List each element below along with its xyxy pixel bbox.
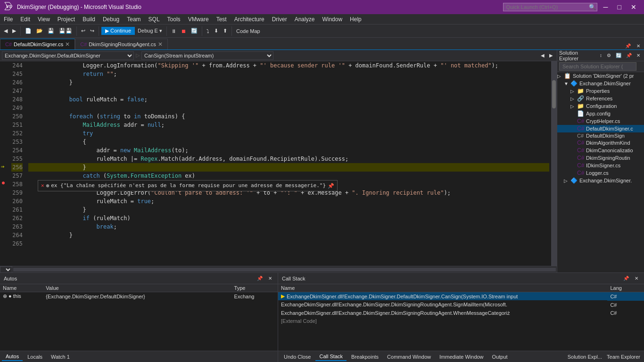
tab-call-stack[interactable]: Call Stack (315, 353, 347, 361)
code-map-button[interactable]: Code Map (234, 27, 262, 35)
collapse-button[interactable]: ◀ (539, 52, 546, 59)
tab-defaultdkimsigner[interactable]: C# DefaultDkimSigner.cs ✕ (0, 39, 75, 49)
continue-button[interactable]: ▶ Continue (101, 27, 135, 35)
step-over-button[interactable]: ⤵ (205, 27, 211, 35)
tree-project2[interactable]: ▷ 🔷 Exchange.DkimSigner. (557, 177, 644, 184)
tooltip-pin-button[interactable]: 📌 (328, 183, 334, 189)
menu-edit[interactable]: Edit (17, 15, 34, 24)
tab-autos[interactable]: Autos (2, 353, 23, 361)
tree-defaultdkimsigner[interactable]: C# DefaultDkimSigner.c (557, 125, 644, 132)
class-selector[interactable]: Exchange.DkimSigner.DefaultDkimSigner (2, 51, 134, 60)
se-tab-label[interactable]: Solution Expl... (566, 354, 604, 360)
restore-button[interactable]: □ (614, 0, 625, 14)
menu-test[interactable]: Test (213, 15, 231, 24)
step-out-button[interactable]: ⬆ (221, 27, 229, 35)
tree-solution[interactable]: ▷ 📋 Solution 'DkimSigner' (2 pr (557, 72, 644, 80)
expand-icon-props[interactable]: ▷ (570, 89, 577, 94)
se-close-button[interactable]: ✕ (635, 52, 642, 59)
save-all-button[interactable]: 💾💾 (57, 27, 74, 35)
h-scrollbar[interactable] (13, 268, 556, 272)
tree-logger[interactable]: C# Logger.cs (557, 169, 644, 177)
cs-cell-lang-1: C# (607, 301, 644, 309)
undo-button[interactable]: ↩ (79, 27, 87, 35)
se-search-input[interactable] (559, 62, 636, 71)
close-tab-button[interactable]: ✕ (635, 42, 642, 49)
tree-appconfig[interactable]: 📄 App.config (557, 110, 644, 117)
autos-title: Autos (4, 276, 17, 281)
menu-sql[interactable]: SQL (145, 15, 164, 24)
tree-label-logger: Logger.cs (586, 170, 609, 176)
cs-close-button[interactable]: ✕ (633, 275, 640, 282)
pin-tabs-button[interactable]: 📌 (623, 42, 633, 49)
menu-debug[interactable]: Debug (99, 15, 123, 24)
menu-view[interactable]: View (34, 15, 54, 24)
menu-tools[interactable]: Tools (164, 15, 184, 24)
menu-file[interactable]: File (0, 15, 17, 24)
tree-dkimcanon[interactable]: C# DkimCanonicalizatio (557, 147, 644, 154)
autos-close-button[interactable]: ✕ (266, 275, 274, 282)
tab-breakpoints[interactable]: Breakpoints (347, 353, 382, 361)
restart-button[interactable]: 🔄 (189, 27, 199, 35)
se-properties-button[interactable]: ⚙ (605, 52, 613, 59)
tab-close-1[interactable]: ✕ (65, 41, 70, 48)
tab-watch1[interactable]: Watch 1 (47, 353, 74, 361)
cs-icon-crypt: C# (577, 118, 585, 124)
scrollbar-thumb[interactable] (552, 80, 556, 108)
se-pin-button[interactable]: 📌 (624, 52, 634, 59)
tab-bar: C# DefaultDkimSigner.cs ✕ C# DkimSigning… (0, 38, 644, 50)
tab-locals[interactable]: Locals (24, 353, 46, 361)
tab-undo-close[interactable]: Undo Close (280, 353, 314, 361)
tab-close-2[interactable]: ✕ (158, 41, 163, 48)
step-into-button[interactable]: ⬇ (212, 27, 220, 35)
expand-icon-refs[interactable]: ▷ (570, 96, 577, 101)
expand-icon-proj[interactable]: ▼ (564, 81, 570, 86)
stop-button[interactable]: ⏹ (179, 27, 188, 35)
redo-button[interactable]: ↪ (88, 27, 96, 35)
code-content[interactable]: Logger.LogInformation("Skipping '" + fro… (26, 61, 551, 266)
tab-immediate-window[interactable]: Immediate Window (436, 353, 487, 361)
tab-command-window[interactable]: Command Window (383, 353, 435, 361)
quick-launch-input[interactable] (503, 3, 597, 11)
menu-help[interactable]: Help (346, 15, 365, 24)
vertical-scrollbar[interactable] (551, 61, 557, 266)
pause-button[interactable]: ⏸ (169, 27, 178, 35)
back-button[interactable]: ◀ (2, 27, 9, 35)
open-button[interactable]: 📂 (34, 27, 45, 35)
tree-dkimsigningrouting[interactable]: C# DkimSigningRoutin (557, 154, 644, 162)
se-sync-button[interactable]: ↕ (598, 52, 604, 59)
tab-output[interactable]: Output (488, 353, 512, 361)
tree-crypthelper[interactable]: C# CryptHelper.cs (557, 117, 644, 125)
menu-build[interactable]: Build (79, 15, 99, 24)
tree-project-exchange[interactable]: ▼ 🔷 Exchange.DkimSigner (557, 80, 644, 87)
autos-pin-button[interactable]: 📌 (255, 275, 264, 282)
new-project-button[interactable]: 📄 (23, 27, 33, 35)
tree-dkimalg[interactable]: C# DkimAlgorithmKind (557, 139, 644, 147)
menu-architecture[interactable]: Architecture (231, 15, 268, 24)
method-selector[interactable]: CanSign(Stream inputStream) (141, 51, 273, 60)
tree-idkimsigner[interactable]: C# IDkimSigner.cs (557, 162, 644, 169)
menu-analyze[interactable]: Analyze (291, 15, 319, 24)
zoom-selector[interactable]: 100 % (0, 266, 12, 273)
minimize-button[interactable]: ─ (600, 0, 612, 14)
team-explorer-tab-label[interactable]: Team Explorer (605, 354, 642, 360)
tree-defaultdkimsigner2[interactable]: C# DefaultDkimSign (557, 132, 644, 139)
debug-e-button[interactable]: Debug E ▾ (136, 27, 164, 35)
cs-pin-button[interactable]: 📌 (621, 275, 631, 282)
se-refresh-button[interactable]: 🔄 (614, 52, 623, 59)
close-button[interactable]: ✕ (627, 0, 640, 14)
tree-references[interactable]: ▷ 🔗 References (557, 95, 644, 102)
menu-project[interactable]: Project (54, 15, 79, 24)
forward-button[interactable]: ▶ (10, 27, 18, 35)
save-button[interactable]: 💾 (46, 27, 56, 35)
tab-dkimsigningroutingagent[interactable]: C# DkimSigningRoutingAgent.cs ✕ (75, 39, 168, 49)
menu-driver[interactable]: Driver (268, 15, 291, 24)
menu-window[interactable]: Window (318, 15, 346, 24)
expand-icon-solution[interactable]: ▷ (557, 74, 564, 79)
expand-icon-config[interactable]: ▷ (570, 104, 577, 109)
expand-button[interactable]: ▶ (547, 52, 555, 59)
expand-icon-proj2[interactable]: ▷ (564, 178, 570, 183)
tree-configuration[interactable]: ▷ 📁 Configuration (557, 102, 644, 110)
tree-properties[interactable]: ▷ 📁 Properties (557, 87, 644, 95)
menu-vmware[interactable]: VMware (184, 15, 213, 24)
menu-team[interactable]: Team (123, 15, 144, 24)
